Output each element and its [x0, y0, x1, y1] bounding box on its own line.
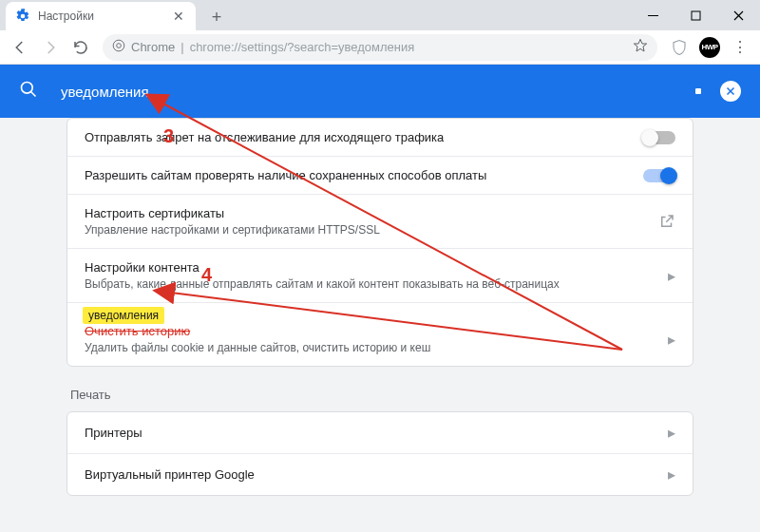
row-google-cloud-print[interactable]: Виртуальный принтер Google ▸ — [67, 453, 693, 495]
toggle-off[interactable] — [643, 131, 675, 144]
gear-icon — [15, 9, 30, 24]
cursor-indicator — [695, 88, 701, 94]
clear-search-button[interactable] — [720, 81, 741, 102]
close-tab-icon[interactable]: ✕ — [171, 9, 186, 24]
external-link-icon — [658, 213, 675, 230]
row-title: Принтеры — [85, 426, 668, 440]
bookmark-star-icon[interactable] — [633, 38, 648, 56]
url-path: chrome://settings/?search=уведомления — [190, 40, 415, 54]
url-prefix: Chrome — [131, 40, 175, 54]
browser-toolbar: Chrome | chrome://settings/?search=уведо… — [0, 30, 760, 65]
search-query[interactable]: уведомления — [61, 84, 695, 100]
row-clear-history[interactable]: уведомления Очистить историю Удалить фай… — [67, 302, 693, 366]
row-content-settings[interactable]: Настройки контента Выбрать, какие данные… — [67, 248, 693, 302]
row-subtitle: Выбрать, какие данные отправлять сайтам … — [85, 277, 668, 291]
chrome-icon — [112, 39, 125, 55]
chevron-right-icon: ▸ — [668, 466, 675, 484]
kebab-menu-icon[interactable]: ⋮ — [726, 33, 754, 62]
new-tab-button[interactable]: + — [203, 4, 230, 30]
toggle-on[interactable] — [643, 169, 675, 182]
search-highlight-chip: уведомления — [83, 307, 164, 324]
row-title: Настроить сертификаты — [85, 206, 658, 220]
print-card: Принтеры ▸ Виртуальный принтер Google ▸ — [66, 411, 694, 496]
reload-button[interactable] — [66, 33, 95, 62]
url-separator: | — [180, 40, 183, 54]
chevron-right-icon: ▸ — [668, 424, 675, 442]
row-title: Настройки контента — [85, 260, 668, 275]
chevron-right-icon: ▸ — [668, 267, 675, 285]
svg-point-1 — [113, 40, 124, 51]
minimize-button[interactable] — [632, 0, 674, 30]
maximize-button[interactable] — [674, 0, 717, 30]
close-window-button[interactable] — [717, 0, 760, 30]
tab-title: Настройки — [38, 10, 94, 23]
profile-avatar[interactable]: HWP — [695, 33, 724, 62]
row-subtitle: Удалить файлы cookie и данные сайтов, оч… — [85, 341, 668, 354]
row-printers[interactable]: Принтеры ▸ — [67, 412, 693, 453]
window-controls — [632, 0, 760, 30]
window-titlebar: Настройки ✕ + — [0, 0, 760, 30]
shield-icon[interactable] — [665, 33, 694, 62]
forward-button[interactable] — [36, 33, 65, 62]
row-payment-check[interactable]: Разрешить сайтам проверять наличие сохра… — [67, 156, 693, 194]
svg-point-2 — [117, 44, 122, 48]
row-certificates[interactable]: Настроить сертификаты Управление настрой… — [67, 194, 693, 248]
back-button[interactable] — [6, 33, 34, 62]
row-title: Виртуальный принтер Google — [85, 467, 668, 482]
browser-tab[interactable]: Настройки ✕ — [6, 2, 196, 30]
settings-search-header: уведомления — [0, 65, 760, 118]
row-title: Разрешить сайтам проверять наличие сохра… — [85, 168, 643, 182]
svg-rect-0 — [692, 11, 700, 20]
row-title: Отправлять запрет на отслеживание для ис… — [85, 130, 643, 144]
row-subtitle: Управление настройками и сертификатами H… — [85, 223, 658, 237]
chevron-right-icon: ▸ — [668, 331, 675, 349]
address-bar[interactable]: Chrome | chrome://settings/?search=уведо… — [103, 34, 657, 61]
privacy-card: Отправлять запрет на отслеживание для ис… — [66, 118, 694, 367]
row-title-struck: Очистить историю — [85, 324, 668, 338]
row-do-not-track[interactable]: Отправлять запрет на отслеживание для ис… — [67, 119, 693, 156]
section-label-print: Печать — [66, 367, 694, 411]
settings-content: Отправлять запрет на отслеживание для ис… — [0, 118, 760, 532]
svg-point-3 — [22, 83, 33, 94]
search-icon — [19, 80, 38, 103]
